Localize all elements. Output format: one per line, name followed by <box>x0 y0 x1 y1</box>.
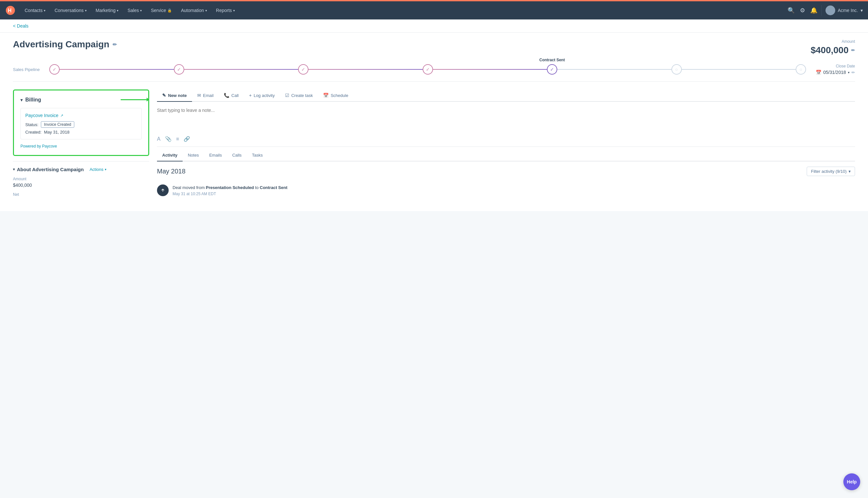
font-format-icon[interactable]: A <box>157 136 160 142</box>
calendar-icon: 📅 <box>816 70 821 75</box>
about-field-amount: Amount $400,000 ☰ <box>13 177 149 188</box>
pipeline-step-6[interactable]: ○ <box>671 64 682 75</box>
close-date-label: Close Date <box>816 64 855 68</box>
activity-tab-tasks[interactable]: Tasks <box>247 149 268 161</box>
chevron-down-icon: ▾ <box>105 168 106 171</box>
amount-field-label: Amount <box>13 177 149 181</box>
chevron-down-icon[interactable]: ▾ <box>848 71 850 74</box>
amount-edit-icon[interactable]: ✏ <box>851 48 855 53</box>
breadcrumb-deals-link[interactable]: < Deals <box>13 23 28 28</box>
chevron-down-icon: ▾ <box>860 8 863 13</box>
activity-item-text: Deal moved from Presentation Scheduled t… <box>172 184 287 191</box>
nav-contacts[interactable]: Contacts ▾ <box>21 5 49 16</box>
external-link-icon: ↗ <box>60 114 63 118</box>
action-tabs: ✎ New note ✉ Email 📞 Call + Log activity… <box>157 90 855 102</box>
tab-schedule[interactable]: 📅 Schedule <box>318 90 353 102</box>
search-icon[interactable]: 🔍 <box>788 7 795 14</box>
activity-tab-emails[interactable]: Emails <box>204 149 227 161</box>
tab-new-note[interactable]: ✎ New note <box>157 90 192 102</box>
nav-utility-icons: 🔍 ⚙ 🔔 <box>788 7 817 14</box>
activity-item-time: May 31 at 10:25 AM EDT <box>172 192 287 196</box>
chevron-down-icon: ▾ <box>21 97 23 103</box>
notifications-icon[interactable]: 🔔 <box>810 7 817 14</box>
pipeline-step-2[interactable]: ✓ <box>174 64 184 75</box>
activity-tab-notes[interactable]: Notes <box>183 149 204 161</box>
nav-divider <box>821 5 821 16</box>
deal-title: Advertising Campaign ✏ <box>13 39 117 50</box>
chevron-down-icon: ▾ <box>848 169 851 174</box>
chevron-down-icon: ▾ <box>13 167 15 171</box>
deal-amount-section: Amount $400,000 ✏ <box>811 39 855 55</box>
invoice-status-row: Status: Invoice Created <box>25 121 137 128</box>
about-field-net: Net <box>13 192 149 198</box>
nav-sales[interactable]: Sales ▾ <box>124 5 146 16</box>
activity-item-content: Deal moved from Presentation Scheduled t… <box>172 184 287 196</box>
nav-conversations[interactable]: Conversations ▾ <box>51 5 91 16</box>
invoice-box: Paycove Invoice ↗ Status: Invoice Create… <box>21 108 142 140</box>
pipeline-step-4[interactable]: ✓ <box>423 64 433 75</box>
settings-icon[interactable]: ⚙ <box>800 7 805 14</box>
task-icon: ☑ <box>285 93 289 98</box>
left-panel: ▾ Billing Paycove Invoice ↗ Status: Invo… <box>13 90 149 205</box>
pipeline-line-1 <box>60 69 173 70</box>
activity-move-icon <box>157 184 169 196</box>
powered-by: Powered by Paycove <box>21 144 142 148</box>
amount-label: Amount <box>811 39 855 44</box>
invoice-link[interactable]: Paycove Invoice ↗ <box>25 113 137 118</box>
pipeline-step-3[interactable]: ✓ <box>298 64 309 75</box>
activity-month-header: May 2018 Filter activity (9/10) ▾ <box>157 167 855 176</box>
tab-create-task[interactable]: ☑ Create task <box>280 90 318 102</box>
activity-tab-activity[interactable]: Activity <box>157 149 183 161</box>
pipeline-step-1[interactable]: ✓ <box>49 64 60 75</box>
activity-tabs: Activity Notes Emails Calls Tasks <box>157 147 855 161</box>
nav-service[interactable]: Service 🔒 <box>147 5 176 16</box>
pipeline-section: Sales Pipeline ✓ ✓ ✓ ✓ Contract Sent ✓ ○ <box>13 59 855 82</box>
invoice-created-row: Created: May 31, 2018 <box>25 130 137 134</box>
activity-item: Deal moved from Presentation Scheduled t… <box>157 181 855 199</box>
pipeline-line-3 <box>309 69 422 70</box>
activity-tab-calls[interactable]: Calls <box>227 149 247 161</box>
note-area: A 📎 ≡ 🔗 <box>157 102 855 147</box>
nav-marketing[interactable]: Marketing ▾ <box>92 5 122 16</box>
amount-field-value: $400,000 ☰ <box>13 183 149 188</box>
hubspot-logo[interactable]: H <box>5 5 16 16</box>
edit-icon: ✎ <box>162 93 166 98</box>
about-section: ▾ About Advertising Campaign Actions ▾ A… <box>13 161 149 198</box>
note-toolbar: A 📎 ≡ 🔗 <box>157 133 855 142</box>
green-arrow <box>121 97 149 102</box>
close-date-value: 📅 05/31/2018 ▾ ✏ <box>816 70 855 75</box>
avatar <box>826 5 835 15</box>
close-date-edit-icon[interactable]: ✏ <box>852 70 855 75</box>
lock-icon: 🔒 <box>167 9 172 13</box>
right-panel: ✎ New note ✉ Email 📞 Call + Log activity… <box>157 90 855 205</box>
pipeline-line-2 <box>184 69 298 70</box>
nav-reports[interactable]: Reports ▾ <box>212 5 239 16</box>
chevron-down-icon: ▾ <box>140 9 142 12</box>
filter-activity-button[interactable]: Filter activity (9/10) ▾ <box>807 167 855 176</box>
tab-log-activity[interactable]: + Log activity <box>244 90 280 102</box>
calendar-icon: 📅 <box>323 93 328 98</box>
tab-call[interactable]: 📞 Call <box>219 90 244 102</box>
link-icon[interactable]: 🔗 <box>184 136 190 142</box>
list-icon[interactable]: ≡ <box>176 136 179 142</box>
chevron-down-icon: ▾ <box>44 9 46 12</box>
attachment-icon[interactable]: 📎 <box>165 136 172 142</box>
net-field-label: Net <box>13 192 149 197</box>
invoice-status-badge: Invoice Created <box>41 121 74 128</box>
nav-account[interactable]: Acme Inc. ▾ <box>826 5 863 15</box>
breadcrumb-bar: < Deals <box>0 19 868 33</box>
deal-header: Advertising Campaign ✏ Amount $400,000 ✏ <box>13 33 855 59</box>
chevron-down-icon: ▾ <box>205 9 207 12</box>
pipeline-step-7[interactable]: ○ <box>796 64 806 75</box>
pipeline-step-5[interactable]: Contract Sent ✓ <box>547 64 557 75</box>
pipeline-line-5 <box>557 69 671 70</box>
svg-text:H: H <box>8 8 12 13</box>
top-navigation: H Contacts ▾ Conversations ▾ Marketing ▾… <box>0 1 868 19</box>
note-input[interactable] <box>157 106 855 132</box>
actions-button[interactable]: Actions ▾ <box>90 167 106 172</box>
deal-title-edit-icon[interactable]: ✏ <box>113 41 117 48</box>
chevron-down-icon: ▾ <box>117 9 118 12</box>
activity-content: May 2018 Filter activity (9/10) ▾ <box>157 161 855 205</box>
tab-email[interactable]: ✉ Email <box>192 90 219 102</box>
nav-automation[interactable]: Automation ▾ <box>177 5 211 16</box>
